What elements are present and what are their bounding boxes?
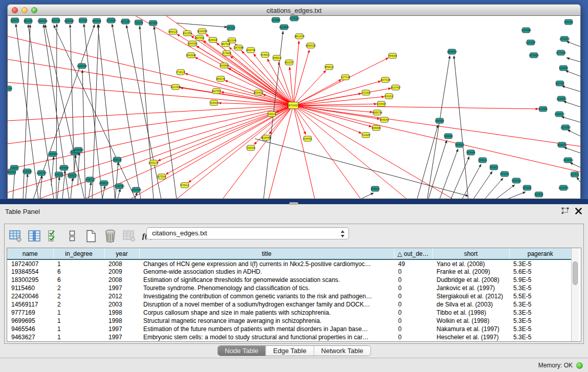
table-row[interactable]: 2242004622012Investigating the contribut… [7, 292, 571, 300]
tab-edge-table[interactable]: Edge Table [266, 346, 314, 356]
graph-node-label: 15751074 [559, 38, 570, 40]
graph-edge[interactable] [78, 152, 79, 186]
column-header-year[interactable]: year [104, 248, 139, 259]
graph-edge[interactable] [102, 186, 105, 199]
graph-edge[interactable] [8, 82, 293, 105]
table-panel-content: f(x) citations_edges.txt namein_degreeye… [4, 224, 584, 344]
graph-edge[interactable] [71, 178, 73, 199]
graph-edge[interactable] [293, 94, 361, 105]
table-cell: Genome-wide association studies in ADHD. [139, 268, 394, 276]
graph-edge[interactable] [112, 24, 141, 199]
close-panel-icon[interactable] [575, 207, 582, 216]
column-header-out_de[interactable]: △ out_de… [394, 248, 432, 259]
table-row[interactable]: 1938455462009Genome-wide association stu… [7, 268, 571, 276]
table-row[interactable]: 1872400712008Changes of HCN gene express… [7, 259, 571, 268]
graph-node-label: 9129946 [559, 67, 568, 70]
graph-node-label: 9151526 [564, 21, 573, 24]
graph-edge[interactable] [228, 68, 293, 105]
table-row[interactable]: 1456911722003Disruption of a novel membe… [7, 300, 571, 309]
graph-node-label: 8427552 [212, 90, 221, 93]
graph-edge[interactable] [118, 189, 120, 199]
table-selector-dropdown[interactable]: citations_edges.txt [146, 227, 349, 239]
table-row[interactable]: 946554611997Estimation of the future num… [7, 325, 571, 333]
graph-edge[interactable] [577, 177, 580, 182]
table-cell: 9465546 [7, 325, 53, 333]
tab-node-table[interactable]: Node Table [217, 346, 266, 356]
column-header-short[interactable]: short [432, 248, 509, 259]
select-columns-button[interactable] [47, 229, 60, 243]
delete-columns-button[interactable] [103, 229, 117, 243]
window-titlebar[interactable]: citations_edges.txt [7, 4, 581, 16]
graph-edge[interactable] [361, 193, 374, 199]
graph-node-label: 6479197 [455, 144, 464, 146]
graph-edge[interactable] [255, 139, 468, 196]
scrollbar-thumb[interactable] [573, 261, 578, 285]
graph-edge[interactable] [54, 25, 136, 199]
show-columns-button[interactable] [28, 229, 41, 243]
column-header-title[interactable]: title [139, 248, 394, 259]
graph-node-label: 9146821 [260, 54, 270, 56]
table-row[interactable]: 969969511998Structural magnetic resonanc… [7, 317, 571, 325]
graph-edge[interactable] [570, 163, 580, 167]
graph-edge[interactable] [507, 192, 526, 199]
table-options-button[interactable] [9, 229, 22, 243]
graph-node-label: 18724007 [287, 104, 299, 107]
table-row[interactable]: 911546021997Tourette syndrome. Phenomeno… [7, 284, 571, 292]
graph-edge[interactable] [177, 23, 227, 27]
graph-node-label: 9621165 [51, 19, 60, 22]
graph-edge[interactable] [293, 105, 315, 199]
graph-edge[interactable] [417, 125, 438, 199]
network-graph[interactable]: 2055372880130420891406962116510653287152… [8, 16, 580, 199]
graph-node-label: 8186328 [208, 39, 217, 41]
graph-edge[interactable] [567, 41, 580, 47]
graph-edge[interactable] [185, 74, 293, 105]
graph-edge[interactable] [195, 57, 293, 105]
graph-edge[interactable] [454, 56, 468, 199]
graph-node-label: 9154409 [377, 103, 386, 105]
graph-edge[interactable] [126, 25, 161, 199]
graph-edge[interactable] [223, 105, 293, 199]
column-header-name[interactable]: name [7, 248, 53, 259]
graph-edge[interactable] [177, 105, 293, 199]
network-canvas[interactable]: 2055372880130420891406962116510653287152… [7, 16, 581, 199]
row-tools-button[interactable] [66, 229, 79, 243]
graph-edge[interactable] [98, 25, 115, 199]
table-toolbar: f(x) [9, 227, 155, 245]
graph-edge[interactable] [51, 157, 54, 186]
graph-node-label: 9245012 [371, 188, 380, 190]
float-window-icon[interactable] [561, 207, 569, 216]
column-header-pagerank[interactable]: pagerank [509, 248, 571, 259]
graph-edge[interactable] [565, 71, 580, 76]
import-table-disabled-button[interactable] [122, 229, 136, 243]
column-header-in_degree[interactable]: in_degree [53, 248, 104, 259]
graph-edge[interactable] [115, 162, 118, 199]
graph-edge[interactable] [561, 117, 580, 122]
graph-node-label: 11156839 [22, 170, 32, 173]
table-row[interactable]: 1830029562008Estimation of significance … [7, 276, 571, 284]
table-row[interactable]: 946362711997Embryonic stem cells: a mode… [7, 333, 571, 341]
graph-edge[interactable] [563, 101, 580, 107]
graph-edge[interactable] [568, 130, 580, 136]
graph-edge[interactable] [567, 58, 580, 62]
tab-network-table[interactable]: Network Table [314, 346, 371, 356]
graph-node-label: 1107533 [570, 173, 579, 176]
graph-edge[interactable] [293, 105, 407, 199]
graph-node-label: 16671355 [120, 20, 131, 23]
graph-edge[interactable] [440, 149, 458, 199]
graph-edge[interactable] [57, 177, 59, 199]
table-cell: 0 [394, 300, 432, 309]
create-column-button[interactable] [84, 229, 98, 243]
graph-edge[interactable] [564, 147, 580, 153]
table-row[interactable]: 977716911998Corpus callosum shape and si… [7, 309, 571, 317]
graph-node-label: 9860123 [168, 31, 178, 33]
graph-node-label: 9245652 [522, 187, 532, 189]
graph-edge[interactable] [293, 105, 453, 199]
graph-edge[interactable] [562, 86, 580, 92]
graph-edge[interactable] [473, 171, 492, 199]
pane-resize-handle[interactable] [289, 202, 298, 205]
graph-node-label: 12093872 [556, 98, 567, 100]
graph-edge[interactable] [293, 58, 388, 105]
graph-edge[interactable] [451, 157, 469, 199]
graph-edge[interactable] [462, 164, 481, 199]
graph-edge[interactable] [269, 105, 293, 199]
